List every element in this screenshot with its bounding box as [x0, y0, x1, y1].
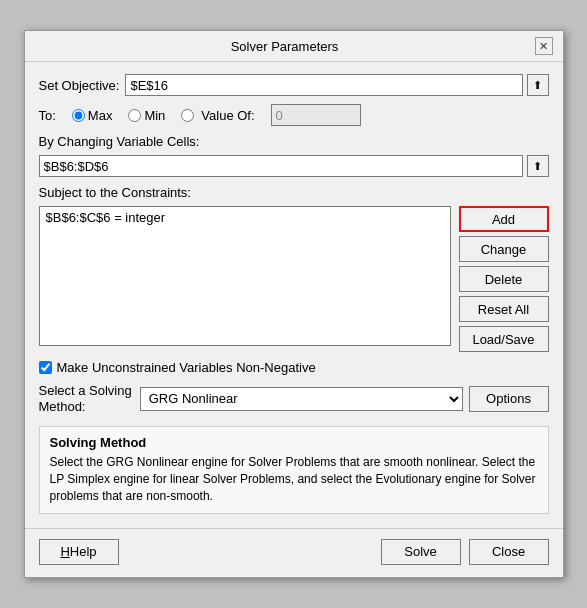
delete-button[interactable]: Delete [459, 266, 549, 292]
objective-input[interactable] [125, 74, 522, 96]
value-of-radio-label[interactable]: Value Of: [181, 108, 254, 123]
variable-cells-section: By Changing Variable Cells: ⬆ [39, 134, 549, 177]
constraints-list[interactable]: $B$6:$C$6 = integer [39, 206, 451, 346]
variable-cells-row: ⬆ [39, 155, 549, 177]
variable-cells-input[interactable] [39, 155, 523, 177]
solver-parameters-dialog: Solver Parameters ✕ Set Objective: ⬆ To:… [24, 30, 564, 577]
select-solving-label: Select a Solving [39, 383, 132, 398]
radio-group: Max Min Value Of: [72, 104, 361, 126]
method-label: Method: [39, 399, 132, 414]
to-label: To: [39, 108, 56, 123]
max-radio[interactable] [72, 109, 85, 122]
change-button[interactable]: Change [459, 236, 549, 262]
solving-method-title: Solving Method [50, 435, 538, 450]
solving-method-select[interactable]: GRG Nonlinear Simplex LP Evolutionary [140, 387, 463, 411]
variable-cells-upload-button[interactable]: ⬆ [527, 155, 549, 177]
value-of-radio[interactable] [181, 109, 194, 122]
help-button[interactable]: HHelp [39, 539, 119, 565]
min-label: Min [144, 108, 165, 123]
solving-method-description: Select the GRG Nonlinear engine for Solv… [50, 454, 538, 504]
constraint-item: $B$6:$C$6 = integer [44, 209, 446, 226]
variable-cells-label: By Changing Variable Cells: [39, 134, 549, 149]
unconstrained-checkbox[interactable] [39, 361, 52, 374]
constraints-body: $B$6:$C$6 = integer Add Change Delete Re… [39, 206, 549, 352]
unconstrained-row: Make Unconstrained Variables Non-Negativ… [39, 360, 549, 375]
title-bar: Solver Parameters ✕ [25, 31, 563, 62]
max-radio-label[interactable]: Max [72, 108, 113, 123]
load-save-button[interactable]: Load/Save [459, 326, 549, 352]
solving-method-box: Solving Method Select the GRG Nonlinear … [39, 426, 549, 513]
constraints-buttons: Add Change Delete Reset All Load/Save [459, 206, 549, 352]
min-radio-label[interactable]: Min [128, 108, 165, 123]
help-underline: HHelp [60, 544, 96, 559]
value-of-label: Value Of: [201, 108, 254, 123]
objective-label: Set Objective: [39, 78, 120, 93]
dialog-body: Set Objective: ⬆ To: Max Min Val [25, 62, 563, 523]
reset-all-button[interactable]: Reset All [459, 296, 549, 322]
max-label: Max [88, 108, 113, 123]
options-button[interactable]: Options [469, 386, 549, 412]
footer-right: Solve Close [381, 539, 549, 565]
dialog-footer: HHelp Solve Close [25, 528, 563, 577]
dialog-title: Solver Parameters [35, 39, 535, 54]
objective-row: Set Objective: ⬆ [39, 74, 549, 96]
value-of-input[interactable] [271, 104, 361, 126]
close-dialog-button[interactable]: Close [469, 539, 549, 565]
close-button[interactable]: ✕ [535, 37, 553, 55]
to-row: To: Max Min Value Of: [39, 104, 549, 126]
solving-method-row: Select a Solving Method: GRG Nonlinear S… [39, 383, 549, 414]
solving-label-col: Select a Solving Method: [39, 383, 132, 414]
constraints-label: Subject to the Constraints: [39, 185, 549, 200]
solve-button[interactable]: Solve [381, 539, 461, 565]
objective-upload-button[interactable]: ⬆ [527, 74, 549, 96]
solving-select-row: GRG Nonlinear Simplex LP Evolutionary Op… [140, 386, 549, 412]
add-button[interactable]: Add [459, 206, 549, 232]
constraints-section: Subject to the Constraints: $B$6:$C$6 = … [39, 185, 549, 352]
min-radio[interactable] [128, 109, 141, 122]
unconstrained-label: Make Unconstrained Variables Non-Negativ… [57, 360, 316, 375]
